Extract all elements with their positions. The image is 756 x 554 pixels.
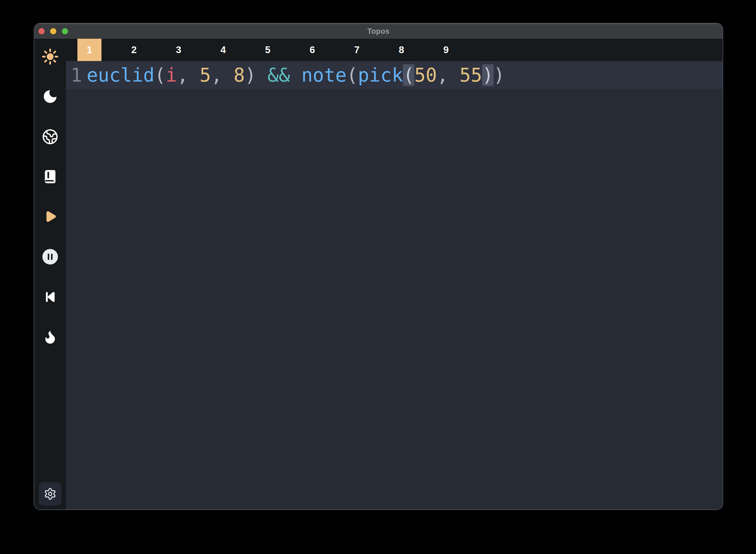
tab-label: 2	[131, 44, 137, 55]
app-window: Topos	[34, 23, 723, 510]
window-title: Topos	[34, 27, 722, 36]
tab-2[interactable]: 2	[112, 39, 156, 61]
tab-4[interactable]: 4	[201, 39, 245, 61]
code-token-plain	[290, 64, 302, 86]
line-number: 1	[66, 61, 87, 89]
tab-label: 4	[220, 44, 226, 55]
code-token-fn: euclid	[87, 64, 154, 86]
tab-bar: 123456789	[66, 39, 722, 61]
traffic-lights	[39, 23, 68, 39]
tab-label: 7	[354, 44, 360, 55]
sun-icon	[41, 48, 59, 66]
play-icon	[42, 208, 59, 225]
play-button[interactable]	[41, 208, 59, 225]
code-token-var: i	[166, 64, 177, 86]
sidebar	[34, 39, 66, 509]
moon-button[interactable]	[41, 88, 59, 105]
tab-label: 8	[399, 44, 404, 55]
code-token-num: 8	[234, 64, 245, 86]
skip-back-button[interactable]	[41, 288, 59, 306]
code-token-hl: )	[482, 64, 494, 86]
tab-5[interactable]: 5	[245, 39, 290, 61]
book-icon	[42, 169, 58, 184]
tab-3[interactable]: 3	[156, 39, 201, 61]
globe-icon	[42, 128, 58, 145]
window-body: 123456789 1euclid(i, 5, 8) && note(pick(…	[34, 39, 722, 509]
skip-back-icon	[42, 289, 58, 305]
code-token-num: 55	[459, 64, 482, 86]
zoom-button[interactable]	[62, 28, 68, 34]
code-token-plain	[256, 64, 268, 86]
globe-button[interactable]	[41, 128, 59, 146]
tab-9[interactable]: 9	[424, 39, 468, 61]
code-token-plain	[222, 64, 234, 86]
code-token-punct: ,	[211, 64, 222, 86]
editor-empty-area[interactable]	[66, 89, 722, 509]
code-token-fn: note	[302, 64, 346, 86]
tab-label: 3	[176, 44, 181, 55]
code-token-punct: ,	[437, 64, 448, 86]
code-token-punct: (	[154, 64, 166, 86]
tab-label: 6	[310, 44, 315, 55]
pause-button[interactable]	[41, 248, 59, 266]
sun-button[interactable]	[41, 48, 59, 65]
tab-1[interactable]: 1	[67, 39, 112, 61]
moon-icon	[42, 88, 59, 105]
flame-icon	[42, 329, 58, 345]
code-token-punct: (	[346, 64, 358, 86]
tab-label: 1	[87, 44, 92, 55]
code-token-num: 50	[415, 64, 437, 86]
code-token-fn: pick	[358, 64, 403, 86]
close-button[interactable]	[39, 28, 45, 34]
tab-8[interactable]: 8	[379, 39, 424, 61]
tab-label: 5	[265, 44, 270, 55]
tab-7[interactable]: 7	[334, 39, 379, 61]
code-token-hl: (	[403, 64, 415, 86]
code-token-punct: ,	[177, 64, 189, 86]
tab-label: 9	[443, 44, 449, 55]
gear-icon	[44, 487, 57, 500]
book-button[interactable]	[41, 168, 59, 185]
code-token-op: &&	[267, 64, 290, 86]
code-token-punct: )	[245, 64, 256, 86]
code-token-num: 5	[200, 64, 211, 86]
flame-button[interactable]	[41, 328, 59, 346]
settings-button[interactable]	[39, 482, 62, 506]
code-token-plain	[188, 64, 200, 86]
pause-icon	[41, 248, 59, 266]
code-token-plain	[448, 64, 460, 86]
minimize-button[interactable]	[50, 28, 56, 34]
title-bar[interactable]: Topos	[34, 23, 722, 39]
editor-pane: 123456789 1euclid(i, 5, 8) && note(pick(…	[66, 39, 722, 509]
code-text: euclid(i, 5, 8) && note(pick(50, 55))	[87, 61, 505, 89]
tab-6[interactable]: 6	[290, 39, 334, 61]
code-line[interactable]: 1euclid(i, 5, 8) && note(pick(50, 55))	[66, 61, 722, 89]
code-token-punct: )	[494, 64, 505, 86]
